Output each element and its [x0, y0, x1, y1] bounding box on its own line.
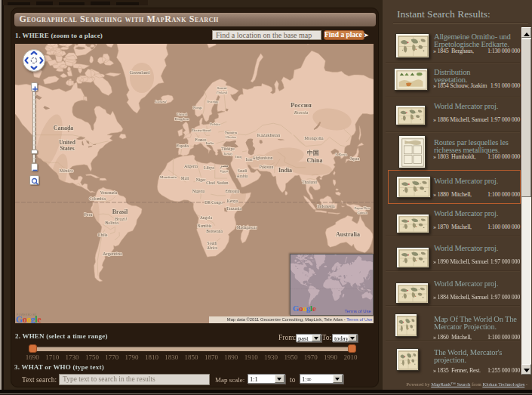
svg-text:Kazakhstan: Kazakhstan	[257, 132, 281, 137]
svg-text:Ethiopia: Ethiopia	[226, 189, 240, 193]
svg-text:Botswana: Botswana	[206, 229, 223, 233]
svg-text:Argentina: Argentina	[103, 251, 122, 256]
svg-text:Kenya: Kenya	[227, 199, 238, 203]
svg-text:Niger: Niger	[196, 177, 206, 182]
svg-text:Namibia: Namibia	[198, 224, 212, 228]
svg-text:Madagascar: Madagascar	[237, 225, 257, 230]
svg-text:Papua New: Papua New	[355, 206, 371, 210]
svg-text:Pakistan: Pakistan	[260, 165, 274, 169]
svg-text:Chad: Chad	[206, 181, 215, 185]
svg-text:Ukraine: Ukraine	[226, 135, 237, 139]
svg-text:Greenland: Greenland	[129, 69, 150, 75]
svg-text:Finland: Finland	[216, 91, 228, 94]
svg-text:Nigeria: Nigeria	[192, 189, 205, 193]
svg-text:Arabia: Arabia	[237, 174, 249, 178]
svg-text:Sudan: Sudan	[217, 181, 229, 185]
svg-text:Mauritania: Mauritania	[160, 175, 177, 179]
svg-text:Peru: Peru	[85, 212, 93, 217]
svg-text:Turkey: Turkey	[223, 152, 232, 156]
svg-text:Iraq: Iraq	[235, 155, 242, 159]
svg-text:Sverige: Sverige	[207, 100, 219, 103]
svg-text:España: España	[177, 143, 189, 148]
svg-text:Norge: Norge	[193, 106, 203, 110]
svg-text:Россия: Россия	[291, 101, 312, 109]
svg-text:France: France	[195, 137, 208, 142]
svg-text:Polska: Polska	[210, 122, 220, 126]
svg-text:Italia: Italia	[206, 141, 214, 145]
svg-text:Iran: Iran	[246, 157, 253, 162]
svg-text:Algeria: Algeria	[184, 164, 198, 168]
svg-text:Afghanistan: Afghanistan	[253, 156, 273, 160]
svg-text:Kingdom: Kingdom	[175, 117, 189, 121]
svg-text:S. Korea: S. Korea	[335, 153, 347, 156]
svg-text:Africa: Africa	[207, 245, 218, 250]
svg-text:Chile: Chile	[98, 233, 108, 237]
svg-text:Deutschland: Deutschland	[192, 128, 211, 132]
svg-text:Mali: Mali	[181, 176, 189, 181]
svg-text:Egypt: Egypt	[220, 169, 229, 173]
svg-text:Russia: Russia	[294, 110, 309, 116]
svg-text:Australia: Australia	[336, 231, 360, 238]
svg-text:México: México	[60, 168, 73, 173]
svg-text:Tanzania: Tanzania	[226, 206, 241, 211]
svg-text:Angola: Angola	[200, 215, 213, 220]
svg-text:Mongolia: Mongolia	[304, 135, 323, 140]
svg-text:China: China	[307, 157, 323, 164]
svg-text:Україна: Україна	[225, 131, 238, 134]
svg-text:Brasil: Brasil	[112, 208, 128, 215]
svg-text:Saudi: Saudi	[238, 168, 248, 173]
svg-text:Bolivia: Bolivia	[105, 221, 118, 225]
svg-text:Japan: Japan	[350, 156, 360, 161]
svg-text:DR Congo: DR Congo	[204, 200, 223, 205]
svg-text:Venezuela: Venezuela	[100, 190, 118, 195]
svg-text:Türkiye: Türkiye	[221, 147, 235, 151]
svg-text:Guinea: Guinea	[358, 211, 367, 214]
svg-text:Canada: Canada	[54, 125, 74, 131]
svg-text:Thailand: Thailand	[302, 180, 317, 184]
svg-text:Libya: Libya	[204, 165, 214, 170]
svg-text:India: India	[278, 167, 292, 174]
svg-text:مصر: مصر	[220, 163, 229, 168]
svg-text:中国: 中国	[307, 150, 319, 156]
svg-text:Colombia: Colombia	[89, 196, 106, 201]
svg-text:Suomi: Suomi	[217, 86, 227, 90]
svg-text:United: United	[177, 113, 187, 116]
svg-text:Iceland: Iceland	[155, 100, 167, 103]
svg-text:Indonesia: Indonesia	[317, 204, 335, 208]
svg-text:States: States	[60, 145, 74, 152]
